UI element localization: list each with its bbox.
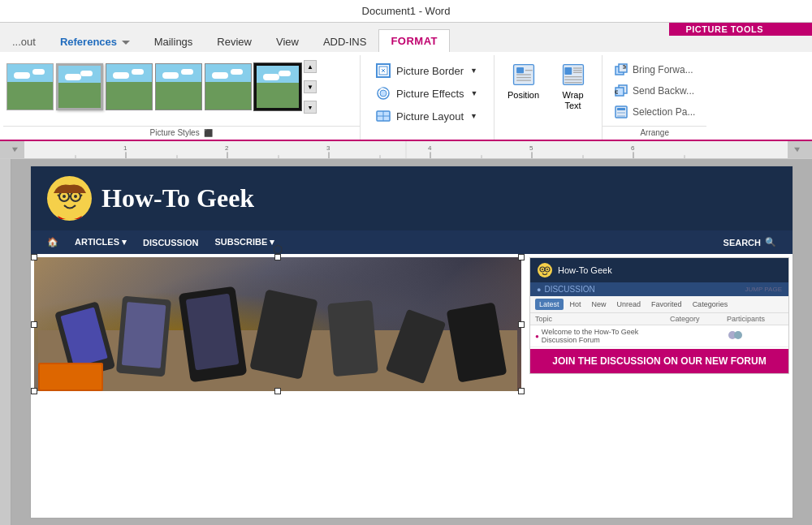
svg-rect-26 bbox=[617, 108, 625, 110]
tab-new[interactable]: New bbox=[588, 299, 611, 310]
ruler: 1 2 3 4 5 6 bbox=[0, 141, 812, 159]
tab-hot[interactable]: Hot bbox=[566, 299, 585, 310]
widget-subheader: ● DISCUSSION JUMP PAGE bbox=[530, 282, 788, 296]
selection-handle-tl[interactable] bbox=[31, 254, 37, 260]
row-participants bbox=[727, 329, 784, 342]
widget-header: How-To Geek bbox=[530, 258, 788, 282]
selection-pane-icon bbox=[614, 105, 628, 119]
border-dropdown-icon: ▼ bbox=[470, 67, 477, 75]
col-participants: Participants bbox=[727, 315, 784, 323]
svg-rect-76 bbox=[40, 364, 102, 389]
tab-references[interactable]: References bbox=[48, 30, 142, 53]
send-backward-button[interactable]: Send Backw... bbox=[609, 81, 700, 101]
tab-review[interactable]: Review bbox=[205, 30, 264, 53]
picture-style-2[interactable] bbox=[56, 63, 103, 110]
effects-dropdown-icon: ▼ bbox=[471, 89, 478, 97]
document-area: How-To Geek 🏠 ARTICLES ▾ DISCUSSION SUBS… bbox=[0, 159, 812, 525]
send-backward-icon bbox=[614, 84, 628, 98]
selection-handle-mr[interactable] bbox=[518, 321, 525, 328]
htg-widget: How-To Geek ● DISCUSSION JUMP PAGE Lates… bbox=[529, 257, 789, 374]
picture-border-icon bbox=[375, 62, 391, 79]
nav-search[interactable]: SEARCH 🔍 bbox=[723, 237, 776, 247]
scroll-up-arrow[interactable]: ▲ bbox=[304, 60, 317, 73]
picture-effects-button[interactable]: Picture Effects ▼ bbox=[370, 83, 484, 104]
tab-strip: ...out References Mailings Review View A… bbox=[0, 23, 812, 52]
expand-icon[interactable]: ⬛ bbox=[204, 129, 213, 137]
svg-point-63 bbox=[74, 195, 77, 198]
order-section: Bring Forwa... Send Backw... Selection P… bbox=[603, 55, 706, 140]
move-anchor: ⬡ bbox=[273, 243, 283, 256]
picture-tools-header: PICTURE TOOLS bbox=[669, 23, 812, 36]
widget-title: How-To Geek bbox=[558, 265, 612, 275]
widget-logo-icon bbox=[537, 262, 553, 278]
bring-forward-icon bbox=[614, 62, 628, 77]
picture-style-6[interactable] bbox=[254, 63, 301, 110]
svg-rect-72 bbox=[327, 300, 378, 377]
svg-text:1: 1 bbox=[123, 145, 127, 153]
selection-handle-tr[interactable] bbox=[518, 254, 525, 260]
htg-header: How-To Geek bbox=[31, 166, 793, 230]
document-content: How-To Geek 🏠 ARTICLES ▾ DISCUSSION SUBS… bbox=[30, 166, 793, 519]
tab-layout[interactable]: ...out bbox=[0, 30, 48, 53]
picture-style-4[interactable] bbox=[155, 63, 202, 110]
selection-handle-bm[interactable] bbox=[274, 388, 281, 394]
picture-style-5[interactable] bbox=[205, 63, 252, 110]
picture-border-button[interactable]: Picture Border ▼ bbox=[370, 60, 484, 81]
selection-handle-ml[interactable] bbox=[31, 321, 37, 328]
buttons-section-label bbox=[361, 136, 494, 137]
svg-rect-8 bbox=[516, 67, 524, 73]
selection-handle-bl[interactable] bbox=[31, 388, 37, 394]
table-header: Topic Category Participants bbox=[530, 313, 788, 325]
picture-style-1[interactable] bbox=[6, 63, 54, 110]
bring-forward-button[interactable]: Bring Forwa... bbox=[609, 60, 700, 80]
htg-website: How-To Geek 🏠 ARTICLES ▾ DISCUSSION SUBS… bbox=[31, 166, 793, 394]
tab-format[interactable]: FORMAT bbox=[378, 29, 450, 53]
nav-home[interactable]: 🏠 bbox=[47, 237, 58, 247]
svg-rect-27 bbox=[617, 112, 625, 114]
article-image-container[interactable]: ⬡ bbox=[34, 257, 521, 391]
article-image bbox=[34, 257, 521, 391]
position-label: Position bbox=[508, 90, 539, 101]
picture-style-3[interactable] bbox=[106, 63, 153, 110]
tab-view[interactable]: View bbox=[264, 30, 311, 53]
svg-text:5: 5 bbox=[529, 145, 533, 153]
widget-discussion-label: DISCUSSION bbox=[544, 285, 594, 294]
nav-articles[interactable]: ARTICLES ▾ bbox=[75, 237, 127, 247]
position-button[interactable]: Position bbox=[501, 58, 546, 104]
svg-rect-32 bbox=[0, 141, 24, 158]
picture-buttons-section: Picture Border ▼ Picture Effects ▼ bbox=[361, 55, 495, 140]
wrap-text-button[interactable]: WrapText bbox=[551, 58, 595, 114]
join-banner[interactable]: JOIN THE DISCUSSION ON OUR NEW FORUM bbox=[530, 349, 788, 373]
selection-pane-button[interactable]: Selection Pa... bbox=[609, 102, 700, 122]
scroll-down-arrow[interactable]: ▼ bbox=[304, 80, 317, 93]
selection-handle-br[interactable] bbox=[518, 388, 525, 394]
svg-text:2: 2 bbox=[225, 145, 228, 153]
svg-rect-24 bbox=[615, 88, 624, 96]
tab-categories[interactable]: Categories bbox=[689, 299, 732, 310]
picture-layout-button[interactable]: Picture Layout ▼ bbox=[370, 105, 484, 127]
tab-favorited[interactable]: Favorited bbox=[647, 299, 686, 310]
htg-main: ⬡ bbox=[31, 254, 793, 394]
svg-point-62 bbox=[63, 195, 66, 198]
picture-styles-label: Picture Styles ⬛ bbox=[3, 126, 360, 137]
search-label: SEARCH bbox=[723, 238, 761, 247]
tab-addins[interactable]: ADD-INS bbox=[311, 30, 378, 53]
svg-rect-14 bbox=[564, 67, 572, 75]
tab-unread[interactable]: Unread bbox=[613, 299, 646, 310]
arrange-label: Arrange bbox=[603, 126, 706, 137]
search-icon[interactable]: 🔍 bbox=[765, 237, 776, 247]
nav-discussion[interactable]: DISCUSSION bbox=[143, 238, 198, 247]
tab-latest[interactable]: Latest bbox=[535, 299, 564, 310]
ribbon: ▲ ▼ ▼ Picture Styles ⬛ Picture Border ▼ bbox=[0, 52, 812, 141]
svg-point-80 bbox=[542, 269, 543, 270]
wrap-text-label: WrapText bbox=[562, 90, 583, 111]
nav-subscribe[interactable]: SUBSCRIBE ▾ bbox=[215, 237, 275, 247]
tab-mailings[interactable]: Mailings bbox=[142, 30, 205, 53]
svg-text:4: 4 bbox=[428, 145, 432, 153]
scroll-expand-arrow[interactable]: ▼ bbox=[304, 101, 317, 114]
picture-effects-icon bbox=[375, 85, 391, 101]
widget-link[interactable]: JUMP PAGE bbox=[745, 286, 783, 293]
thumbnail-scroll[interactable]: ▲ ▼ ▼ bbox=[304, 58, 317, 115]
col-category: Category bbox=[670, 315, 727, 323]
arrange-section: Position WrapText bbox=[495, 55, 603, 140]
